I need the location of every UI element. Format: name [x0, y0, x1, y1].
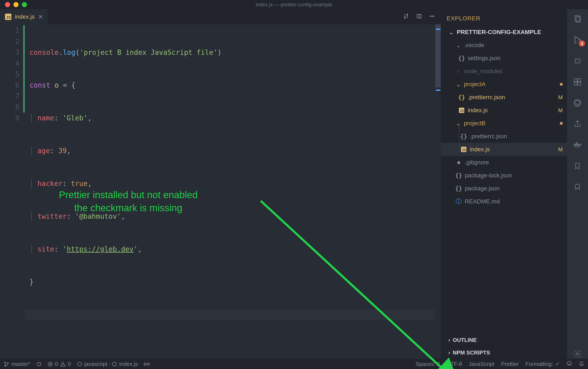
- chevron-down-icon: ⌄: [455, 42, 461, 49]
- tree-label: projectB: [464, 120, 557, 127]
- tab-filename: index.js: [15, 13, 35, 20]
- tree-folder-vscode[interactable]: ⌄ .vscode: [441, 39, 567, 52]
- language-mode-status[interactable]: JavaScript: [469, 361, 494, 367]
- chevron-down-icon: ⌄: [455, 120, 461, 127]
- code-token: 'project B index JavaScript file': [80, 47, 218, 58]
- activity-bar: 3: [567, 9, 588, 359]
- notifications-icon[interactable]: [579, 361, 584, 368]
- warning-icon: [60, 361, 66, 367]
- line-number: 4: [0, 58, 19, 69]
- branch-name: master*: [11, 361, 30, 367]
- tree-folder-node-modules[interactable]: › node_modules: [441, 65, 567, 78]
- json-file-icon: {}: [461, 133, 467, 140]
- js-file-icon: JS: [5, 14, 11, 20]
- source-control-icon[interactable]: 3: [572, 35, 583, 45]
- sync-status[interactable]: [36, 361, 42, 367]
- overview-ruler[interactable]: [435, 24, 441, 359]
- chevron-right-icon: ›: [448, 349, 450, 356]
- git-branch-icon: [4, 361, 9, 367]
- svg-point-29: [567, 361, 571, 365]
- git-branch-status[interactable]: master*: [4, 361, 30, 367]
- svg-point-23: [577, 353, 579, 355]
- error-count: 0: [55, 361, 58, 367]
- js-file-icon: JS: [461, 147, 466, 152]
- code-editor[interactable]: 1 2 3 4 5 6 7 8 9 console.log('project B…: [0, 24, 441, 359]
- formatting-status[interactable]: Formatting: ✓: [525, 361, 560, 367]
- split-editor-icon[interactable]: [416, 13, 422, 20]
- tree-file-index-b[interactable]: JS index.js M: [441, 143, 567, 156]
- tree-label: index.js: [470, 146, 555, 153]
- npm-scripts-section[interactable]: › NPM SCRIPTS: [441, 346, 567, 359]
- feedback-icon[interactable]: [567, 361, 572, 368]
- line-number: 8: [0, 102, 19, 113]
- tree-root[interactable]: ⌄ PRETTIER-CONFIG-EXAMPLE: [441, 26, 567, 39]
- github-icon[interactable]: [572, 98, 583, 108]
- tree-label: .prettierrc.json: [468, 94, 555, 101]
- live-status[interactable]: [144, 361, 149, 367]
- tree-label: index.js: [468, 107, 555, 114]
- bookmark-icon[interactable]: [572, 161, 583, 171]
- tree-folder-projectb[interactable]: ⌄ projectB: [441, 117, 567, 130]
- editor-tabbar: JS index.js ✕: [0, 9, 441, 24]
- more-actions-icon[interactable]: [430, 13, 435, 20]
- editor-column: JS index.js ✕: [0, 9, 441, 359]
- tree-file-package[interactable]: {} package.json: [441, 182, 567, 195]
- svg-point-1: [407, 14, 408, 15]
- code-content[interactable]: console.log('project B index JavaScript …: [25, 24, 435, 359]
- problems-status[interactable]: 0 0: [48, 361, 71, 367]
- tree-file-prettierrc-b[interactable]: {} .prettierrc.json: [441, 130, 567, 143]
- json-file-icon: {}: [458, 94, 465, 101]
- tree-file-prettierrc-a[interactable]: {} .prettierrc.json M: [441, 91, 567, 104]
- code-token: age: [37, 145, 50, 156]
- modified-dot-icon: [560, 122, 563, 125]
- encoding-status[interactable]: UTF-8: [447, 361, 462, 367]
- chevron-down-icon: ⌄: [448, 29, 454, 36]
- tree-label: package.json: [465, 185, 563, 192]
- share-icon[interactable]: [572, 119, 583, 129]
- svg-point-28: [146, 364, 147, 364]
- chevron-right-icon: ›: [455, 68, 461, 75]
- code-link[interactable]: https://gleb.dev: [67, 244, 134, 255]
- settings-gear-icon[interactable]: [572, 349, 583, 359]
- svg-point-25: [5, 365, 6, 366]
- window-controls: [0, 2, 27, 7]
- minimize-window-button[interactable]: [13, 2, 19, 7]
- svg-rect-15: [574, 82, 577, 85]
- json-file-icon: {}: [455, 172, 462, 179]
- tree-file-readme[interactable]: ⓘ README.md: [441, 195, 567, 208]
- outline-section[interactable]: › OUTLINE: [441, 334, 567, 346]
- eslint-scope: javascript: [84, 361, 107, 367]
- tab-index-js[interactable]: JS index.js ✕: [0, 9, 48, 24]
- section-label: OUTLINE: [453, 337, 477, 343]
- section-label: NPM SCRIPTS: [453, 349, 490, 356]
- modified-dot-icon: [560, 83, 563, 86]
- code-token: }: [30, 277, 34, 287]
- svg-point-24: [5, 362, 6, 363]
- prettier-status[interactable]: Prettier: [501, 361, 519, 367]
- line-number: 1: [0, 25, 19, 36]
- close-tab-icon[interactable]: ✕: [38, 13, 43, 20]
- line-number: 9: [0, 113, 19, 123]
- wallaby-icon[interactable]: [572, 182, 583, 192]
- gitignore-file-icon: ◆: [455, 160, 462, 165]
- tree-file-settings[interactable]: {} settings.json: [441, 52, 567, 65]
- tree-file-index-a[interactable]: JS index.js M: [441, 104, 567, 117]
- git-status-badge: M: [558, 107, 563, 114]
- docker-icon[interactable]: [572, 140, 583, 150]
- tree-file-gitignore[interactable]: ◆ .gitignore: [441, 156, 567, 169]
- tree-file-packagelock[interactable]: {} package-lock.json: [441, 169, 567, 182]
- js-file-icon: JS: [459, 108, 464, 113]
- tree-folder-projecta[interactable]: ⌄ projectA: [441, 78, 567, 91]
- extensions-icon[interactable]: [572, 77, 583, 87]
- info-file-icon: ⓘ: [455, 197, 462, 205]
- tree-label: package-lock.json: [465, 172, 563, 179]
- explorer-icon[interactable]: [572, 14, 583, 24]
- eslint-status[interactable]: javascript index.js: [77, 361, 138, 367]
- close-window-button[interactable]: [5, 2, 10, 7]
- maximize-window-button[interactable]: [22, 2, 27, 7]
- indentation-status[interactable]: Spaces: 2: [416, 361, 440, 367]
- debug-icon[interactable]: [572, 56, 583, 66]
- svg-rect-16: [578, 82, 581, 85]
- compare-changes-icon[interactable]: [403, 13, 409, 20]
- code-token: console: [30, 47, 59, 58]
